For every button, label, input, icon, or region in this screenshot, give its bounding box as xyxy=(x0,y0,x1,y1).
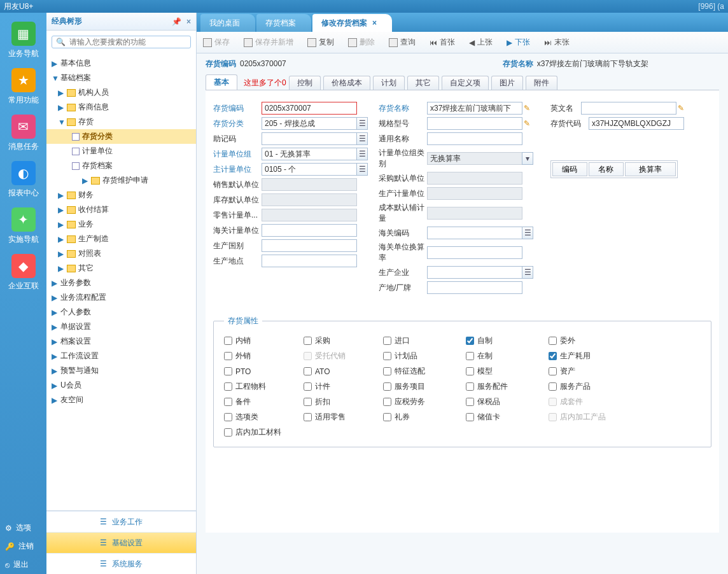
cb-input-委外[interactable] xyxy=(549,337,557,345)
lookup-btn[interactable]: ☰ xyxy=(522,266,533,279)
nav-业务导航[interactable]: ▦业务导航 xyxy=(8,22,39,59)
fld-inp-海关编码[interactable] xyxy=(427,227,522,239)
cb-input-PTO[interactable] xyxy=(224,367,232,375)
fld-inp-主计量单位[interactable] xyxy=(262,163,357,176)
tree-业务[interactable]: ▶业务 xyxy=(46,217,196,232)
tree-财务[interactable]: ▶财务 xyxy=(46,188,196,202)
cb-input-折扣[interactable] xyxy=(304,398,312,406)
cb-input-店内加工材料[interactable] xyxy=(224,428,232,437)
lookup-btn[interactable]: ☰ xyxy=(356,163,368,176)
tree-对照表[interactable]: ▶对照表 xyxy=(46,246,196,261)
subtab-其它[interactable]: 其它 xyxy=(407,76,439,90)
cb-选项类[interactable]: 选项类 xyxy=(224,412,304,423)
tree-其它[interactable]: ▶其它 xyxy=(46,261,196,276)
dropdown-btn[interactable]: ▾ xyxy=(522,152,533,165)
tree-存货[interactable]: ▼存货 xyxy=(46,115,196,129)
cb-资产[interactable]: 资产 xyxy=(549,366,644,377)
lookup-btn[interactable]: ☰ xyxy=(356,117,368,130)
fld-inp-存货代码[interactable] xyxy=(589,117,684,130)
tab-我的桌面[interactable]: 我的桌面 xyxy=(200,14,255,32)
sbtab-业务工作[interactable]: ☰业务工作 xyxy=(46,511,196,532)
tree-预警与通知[interactable]: ▶预警与通知 xyxy=(46,363,196,378)
tab-修改存货档案[interactable]: 修改存货档案 × xyxy=(312,14,392,32)
cb-店内加工材料[interactable]: 店内加工材料 xyxy=(224,427,304,438)
cb-应税劳务[interactable]: 应税劳务 xyxy=(383,396,466,407)
cb-内销[interactable]: 内销 xyxy=(224,335,304,346)
cb-input-资产[interactable] xyxy=(549,367,557,375)
lookup-btn[interactable]: ☰ xyxy=(522,227,533,239)
tree-业务流程配置[interactable]: ▶业务流程配置 xyxy=(46,290,196,305)
cb-input-外销[interactable] xyxy=(224,352,232,360)
cb-input-服务配件[interactable] xyxy=(466,382,474,391)
subtab-图片[interactable]: 图片 xyxy=(491,76,523,90)
cb-生产耗用[interactable]: 生产耗用 xyxy=(549,351,644,361)
cb-input-计划品[interactable] xyxy=(383,352,391,360)
tree-友空间[interactable]: ▶友空间 xyxy=(46,393,196,407)
cb-input-保税品[interactable] xyxy=(466,398,474,406)
tab-存货档案[interactable]: 存货档案 xyxy=(256,14,311,32)
tree-存货分类[interactable]: 存货分类 xyxy=(46,129,196,144)
bot-选项[interactable]: ⚙选项 xyxy=(0,519,46,537)
subtab-自定义项[interactable]: 自定义项 xyxy=(442,76,489,90)
nav-消息任务[interactable]: ✉消息任务 xyxy=(8,115,39,152)
cb-礼券[interactable]: 礼券 xyxy=(383,412,466,423)
cb-input-礼券[interactable] xyxy=(383,413,391,421)
fld-inp-海关单位换算率[interactable] xyxy=(427,246,522,259)
lookup-btn[interactable]: ☰ xyxy=(356,132,368,145)
edit-icon[interactable]: ✎ xyxy=(524,104,530,113)
tree-档案设置[interactable]: ▶档案设置 xyxy=(46,334,196,349)
cb-input-生产耗用[interactable] xyxy=(549,352,557,360)
tree-生产制造[interactable]: ▶生产制造 xyxy=(46,232,196,246)
tree-U会员[interactable]: ▶U会员 xyxy=(46,378,196,393)
fld-inp-生产国别[interactable] xyxy=(262,239,357,252)
cb-input-储值卡[interactable] xyxy=(466,413,474,421)
cb-input-备件[interactable] xyxy=(224,398,232,406)
close-icon[interactable]: × xyxy=(186,17,191,26)
cb-采购[interactable]: 采购 xyxy=(304,335,383,346)
cb-外销[interactable]: 外销 xyxy=(224,351,304,361)
subtab-附件[interactable]: 附件 xyxy=(526,76,557,90)
tree-存货维护申请[interactable]: ▶存货维护申请 xyxy=(46,173,196,188)
edit-icon[interactable]: ✎ xyxy=(524,119,530,128)
fld-inp-存货名称[interactable] xyxy=(427,102,522,115)
tree-基础档案[interactable]: ▼基础档案 xyxy=(46,71,196,85)
tree-收付结算[interactable]: ▶收付结算 xyxy=(46,202,196,217)
cb-input-特征选配[interactable] xyxy=(383,367,391,375)
cb-保税品[interactable]: 保税品 xyxy=(466,396,549,407)
bot-注销[interactable]: 🔑注销 xyxy=(0,537,46,556)
nav-企业互联[interactable]: ◆企业互联 xyxy=(8,254,39,291)
cb-input-适用零售[interactable] xyxy=(304,413,312,421)
fld-inp-存货分类[interactable] xyxy=(262,117,357,130)
cb-折扣[interactable]: 折扣 xyxy=(304,396,383,407)
tbtn-下张[interactable]: ▶下张 xyxy=(507,37,530,48)
search-input[interactable] xyxy=(69,38,186,46)
cb-input-服务项目[interactable] xyxy=(383,382,391,391)
search-box[interactable]: 🔍 xyxy=(52,36,191,48)
cb-input-采购[interactable] xyxy=(304,337,312,345)
cb-备件[interactable]: 备件 xyxy=(224,396,304,407)
tree-存货档案[interactable]: 存货档案 xyxy=(46,158,196,173)
edit-icon[interactable]: ✎ xyxy=(678,104,684,113)
fld-inp-计量单位组[interactable] xyxy=(262,148,357,160)
tree-业务参数[interactable]: ▶业务参数 xyxy=(46,276,196,290)
tree-基本信息[interactable]: ▶基本信息 xyxy=(46,56,196,71)
cb-input-在制[interactable] xyxy=(466,352,474,360)
bot-退出[interactable]: ⎋退出 xyxy=(0,556,46,574)
cb-委外[interactable]: 委外 xyxy=(549,335,644,346)
cb-ATO[interactable]: ATO xyxy=(304,366,383,377)
fld-inp-助记码[interactable] xyxy=(262,132,357,145)
cb-input-内销[interactable] xyxy=(224,337,232,345)
subtab-控制[interactable]: 控制 xyxy=(289,76,321,90)
close-tab-icon[interactable]: × xyxy=(372,18,377,27)
subtab-基本[interactable]: 基本 xyxy=(206,74,237,90)
fld-inp-英文名[interactable] xyxy=(581,102,676,115)
subtab-价格成本[interactable]: 价格成本 xyxy=(323,76,370,90)
fld-inp-海关计量单位[interactable] xyxy=(262,224,357,237)
subtab-计划[interactable]: 计划 xyxy=(373,76,405,90)
fld-inp-规格型号[interactable] xyxy=(427,117,522,130)
fld-inp-存货编码[interactable] xyxy=(262,102,357,115)
tree-客商信息[interactable]: ▶客商信息 xyxy=(46,100,196,115)
cb-input-自制[interactable] xyxy=(466,337,474,345)
sbtab-基础设置[interactable]: ☰基础设置 xyxy=(46,532,196,553)
cb-服务产品[interactable]: 服务产品 xyxy=(549,381,644,392)
